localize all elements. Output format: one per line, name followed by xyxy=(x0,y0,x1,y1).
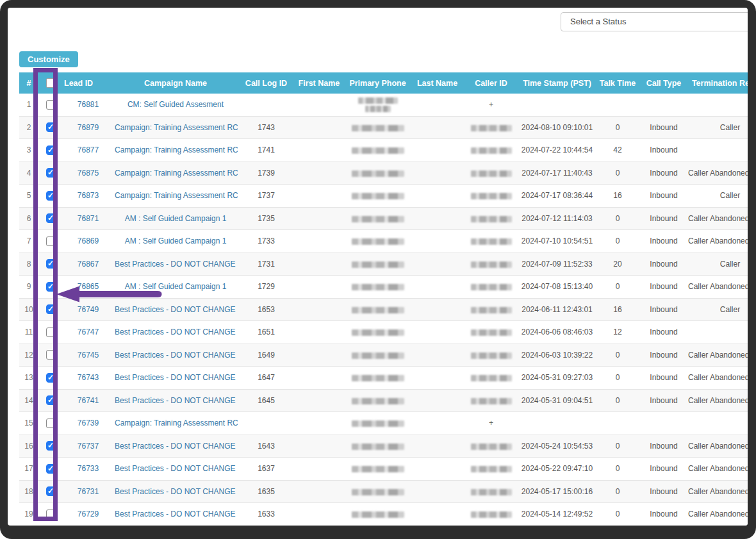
lead-id-link[interactable]: 76865 xyxy=(78,282,99,291)
campaign-name-link[interactable]: Campaign: Training Assessment RC 2 xyxy=(115,191,238,200)
row-checkbox[interactable] xyxy=(46,350,56,360)
lead-id-link[interactable]: 76871 xyxy=(78,214,99,223)
campaign-name-link[interactable]: CM: Self Guided Assesment xyxy=(127,100,224,109)
lead-id-link[interactable]: 76749 xyxy=(78,305,99,314)
row-checkbox[interactable] xyxy=(46,304,56,314)
customize-button[interactable]: Customize xyxy=(19,51,78,67)
row-checkbox[interactable] xyxy=(46,259,56,269)
lead-id-link[interactable]: 76737 xyxy=(78,442,99,451)
cell-lead: 76733 xyxy=(63,458,113,481)
row-checkbox[interactable] xyxy=(46,168,56,178)
lead-id-link[interactable]: 76743 xyxy=(78,373,99,382)
lead-id-link[interactable]: 76731 xyxy=(78,487,99,496)
cell-camp: AM : Self Guided Campaign 1 xyxy=(113,207,238,230)
row-checkbox[interactable] xyxy=(46,145,56,155)
cell-log xyxy=(238,94,295,116)
cell-lead: 76741 xyxy=(63,389,113,412)
redacted-value xyxy=(471,398,512,404)
row-checkbox[interactable] xyxy=(46,213,56,223)
row-checkbox[interactable] xyxy=(46,191,56,201)
cell-ts: 2024-06-03 10:39:22 xyxy=(520,344,595,367)
lead-id-link[interactable]: 76739 xyxy=(78,419,99,427)
campaign-name-link[interactable]: Best Practices - DO NOT CHANGE SETTINGS xyxy=(115,487,238,496)
cell-camp: Best Practices - DO NOT CHANGE SETTINGS xyxy=(113,344,238,367)
redacted-value xyxy=(471,238,512,245)
campaign-name-link[interactable]: AM : Self Guided Campaign 1 xyxy=(125,282,227,291)
cell-lead: 76869 xyxy=(63,230,113,253)
campaign-name-link[interactable]: Best Practices - DO NOT CHANGE SETTINGS xyxy=(115,442,238,451)
row-checkbox[interactable] xyxy=(46,441,56,451)
campaign-name-link[interactable]: Best Practices - DO NOT CHANGE SETTINGS xyxy=(115,510,238,518)
cell-talk: 12 xyxy=(595,321,641,344)
row-checkbox[interactable] xyxy=(46,236,56,246)
campaign-name-link[interactable]: Campaign: Training Assessment RC 2 xyxy=(115,169,238,178)
cell-type: Inbound xyxy=(641,344,687,367)
cell-last xyxy=(412,253,463,276)
row-checkbox[interactable] xyxy=(46,100,56,110)
cell-first xyxy=(295,344,343,367)
redacted-value xyxy=(352,193,404,199)
cell-lead: 76731 xyxy=(63,480,113,503)
campaign-name-link[interactable]: Best Practices - DO NOT CHANGE SETTINGS xyxy=(115,373,238,382)
cell-first xyxy=(295,298,343,321)
column-header-type: Call Type xyxy=(641,72,687,94)
campaign-name-link[interactable]: Campaign: Training Assessment RC 2 xyxy=(115,123,238,132)
cell-log: 1651 xyxy=(238,321,295,344)
redacted-value xyxy=(365,106,391,112)
cell-phone xyxy=(343,480,412,503)
campaign-name-link[interactable]: Best Practices - DO NOT CHANGE SETTINGS xyxy=(115,328,238,336)
row-checkbox[interactable] xyxy=(46,486,56,496)
column-header-ts: Time Stamp (PST) xyxy=(520,72,595,94)
row-checkbox[interactable] xyxy=(46,419,56,428)
lead-id-link[interactable]: 76747 xyxy=(78,328,99,336)
row-checkbox[interactable] xyxy=(46,282,56,292)
cell-phone xyxy=(343,185,412,208)
row-checkbox[interactable] xyxy=(46,510,56,519)
cell-type: Inbound xyxy=(641,389,687,412)
lead-id-link[interactable]: 76729 xyxy=(78,510,99,518)
redacted-value xyxy=(358,97,398,104)
campaign-name-link[interactable]: Best Practices - DO NOT CHANGE SETTINGS xyxy=(115,464,238,473)
cell-caller xyxy=(463,480,520,503)
cell-term xyxy=(687,321,748,344)
cell-lead: 76745 xyxy=(63,344,113,367)
lead-id-link[interactable]: 76867 xyxy=(78,260,99,269)
cell-type: Inbound xyxy=(641,276,687,299)
lead-id-link[interactable]: 76869 xyxy=(78,236,99,245)
status-select-dropdown[interactable]: Select a Status xyxy=(561,12,748,31)
row-checkbox[interactable] xyxy=(46,464,56,474)
cell-type: Inbound xyxy=(641,116,687,139)
cell-ts: 2024-06-06 08:46:03 xyxy=(520,321,595,344)
row-checkbox[interactable] xyxy=(46,373,56,383)
cell-ts: 2024-07-12 11:14:03 xyxy=(520,207,595,230)
campaign-name-link[interactable]: Best Practices - DO NOT CHANGE SETTINGS xyxy=(115,305,238,314)
cell-talk: 16 xyxy=(595,298,641,321)
cell-phone xyxy=(343,94,412,116)
cell-camp: Best Practices - DO NOT CHANGE SETTINGS xyxy=(113,321,238,344)
campaign-name-link[interactable]: Best Practices - DO NOT CHANGE SETTINGS xyxy=(115,351,238,360)
cell-first xyxy=(295,139,343,162)
campaign-name-link[interactable]: AM : Self Guided Campaign 1 xyxy=(125,214,227,223)
row-checkbox[interactable] xyxy=(46,328,56,337)
select-all-checkbox[interactable] xyxy=(46,78,56,88)
lead-id-link[interactable]: 76741 xyxy=(78,396,99,405)
row-checkbox[interactable] xyxy=(46,122,56,132)
cell-camp: AM : Self Guided Campaign 1 xyxy=(113,230,238,253)
lead-id-link[interactable]: 76879 xyxy=(78,123,99,132)
campaign-name-link[interactable]: AM : Self Guided Campaign 1 xyxy=(125,236,227,245)
campaign-name-link[interactable]: Campaign: Training Assessment RC 2 xyxy=(115,419,238,427)
lead-id-link[interactable]: 76873 xyxy=(78,191,99,200)
lead-id-link[interactable]: 76745 xyxy=(78,351,99,360)
table-body: 176881CM: Self Guided Assesment+276879Ca… xyxy=(19,94,748,526)
lead-id-link[interactable]: 76875 xyxy=(78,169,99,178)
lead-id-link[interactable]: 76733 xyxy=(78,464,99,473)
campaign-name-link[interactable]: Campaign: Training Assessment RC 2 xyxy=(115,145,238,154)
cell-talk: 0 xyxy=(595,458,641,481)
cell-talk: 42 xyxy=(595,139,641,162)
lead-id-link[interactable]: 76877 xyxy=(78,145,99,154)
cell-term: Caller xyxy=(687,116,748,139)
lead-id-link[interactable]: 76881 xyxy=(78,100,99,109)
campaign-name-link[interactable]: Best Practices - DO NOT CHANGE SETTINGS xyxy=(115,260,238,269)
row-checkbox[interactable] xyxy=(46,395,56,405)
campaign-name-link[interactable]: Best Practices - DO NOT CHANGE SETTINGS xyxy=(115,396,238,405)
